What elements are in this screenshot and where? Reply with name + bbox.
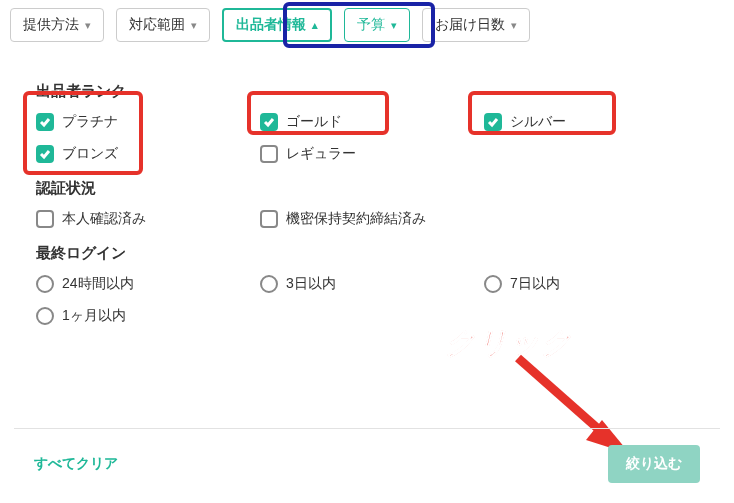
option-login-24h-label: 24時間以内	[62, 275, 134, 293]
checkbox-icon	[260, 210, 278, 228]
option-login-7d-label: 7日以内	[510, 275, 560, 293]
option-login-3d[interactable]: 3日以内	[260, 275, 474, 293]
option-gold-label: ゴールド	[286, 113, 342, 131]
option-login-3d-label: 3日以内	[286, 275, 336, 293]
section-verify-title: 認証状況	[36, 179, 698, 198]
filter-delivery[interactable]: お届け日数 ▾	[422, 8, 530, 42]
filter-budget[interactable]: 予算 ▾	[344, 8, 410, 42]
radio-icon	[36, 307, 54, 325]
filter-scope-label: 対応範囲	[129, 16, 185, 34]
option-regular-label: レギュラー	[286, 145, 356, 163]
option-login-1m-label: 1ヶ月以内	[62, 307, 126, 325]
option-silver-label: シルバー	[510, 113, 566, 131]
chevron-up-icon: ▴	[312, 19, 318, 32]
radio-icon	[36, 275, 54, 293]
checkbox-checked-icon	[260, 113, 278, 131]
filter-scope[interactable]: 対応範囲 ▾	[116, 8, 210, 42]
option-nda-signed[interactable]: 機密保持契約締結済み	[260, 210, 698, 228]
checkbox-icon	[260, 145, 278, 163]
filter-seller-label: 出品者情報	[236, 16, 306, 34]
option-identity-verified[interactable]: 本人確認済み	[36, 210, 250, 228]
apply-button[interactable]: 絞り込む	[608, 445, 700, 483]
option-bronze-label: ブロンズ	[62, 145, 118, 163]
option-silver[interactable]: シルバー	[484, 113, 698, 131]
chevron-down-icon: ▾	[391, 19, 397, 32]
chevron-down-icon: ▾	[85, 19, 91, 32]
option-bronze[interactable]: ブロンズ	[36, 145, 250, 163]
option-platinum-label: プラチナ	[62, 113, 118, 131]
option-platinum[interactable]: プラチナ	[36, 113, 250, 131]
filter-method[interactable]: 提供方法 ▾	[10, 8, 104, 42]
chevron-down-icon: ▾	[511, 19, 517, 32]
filter-seller[interactable]: 出品者情報 ▴	[222, 8, 332, 42]
option-nda-label: 機密保持契約締結済み	[286, 210, 426, 228]
radio-icon	[484, 275, 502, 293]
option-login-1m[interactable]: 1ヶ月以内	[36, 307, 250, 325]
option-login-24h[interactable]: 24時間以内	[36, 275, 250, 293]
checkbox-checked-icon	[484, 113, 502, 131]
section-login-title: 最終ログイン	[36, 244, 698, 263]
filter-delivery-label: お届け日数	[435, 16, 505, 34]
clear-all-link[interactable]: すべてクリア	[34, 455, 118, 473]
radio-icon	[260, 275, 278, 293]
option-identity-label: 本人確認済み	[62, 210, 146, 228]
option-gold[interactable]: ゴールド	[260, 113, 474, 131]
checkbox-checked-icon	[36, 145, 54, 163]
seller-filter-panel: 出品者ランク プラチナ ゴールド シルバー ブロンズ	[14, 62, 720, 337]
checkbox-icon	[36, 210, 54, 228]
filter-method-label: 提供方法	[23, 16, 79, 34]
filter-budget-label: 予算	[357, 16, 385, 34]
option-login-7d[interactable]: 7日以内	[484, 275, 698, 293]
option-regular[interactable]: レギュラー	[260, 145, 474, 163]
chevron-down-icon: ▾	[191, 19, 197, 32]
section-rank-title: 出品者ランク	[36, 82, 698, 101]
checkbox-checked-icon	[36, 113, 54, 131]
